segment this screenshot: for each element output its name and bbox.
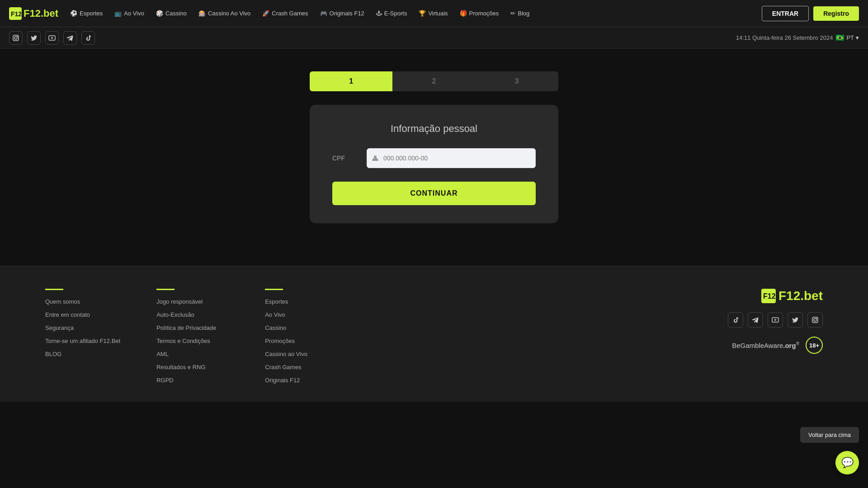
nav-cassino[interactable]: 🎲 Cassino — [151, 7, 191, 19]
svg-text:F12: F12 — [11, 10, 22, 18]
footer-link-privacidade[interactable]: Política de Privacidade — [156, 324, 229, 331]
footer-twitter-icon[interactable] — [788, 312, 803, 328]
footer-badges: BeGambleAware.org® 18+ — [732, 337, 823, 354]
svg-point-13 — [814, 319, 816, 321]
crash-games-icon: 🚀 — [262, 10, 269, 17]
footer-col-2: Jogo responsável Auto-Exclusão Política … — [156, 289, 229, 384]
originais-icon: 🎮 — [320, 10, 327, 17]
footer-brand: F12 F12.bet — [728, 289, 823, 384]
footer-telegram-icon[interactable] — [748, 312, 763, 328]
footer-link-promocoes[interactable]: Promoções — [265, 338, 337, 344]
footer-link-auto-exclusao[interactable]: Auto-Exclusão — [156, 311, 229, 318]
footer-col-3: Esportes Ao Vivo Cassino Promoções Cassi… — [265, 289, 337, 384]
logo[interactable]: F12 F12.bet — [9, 7, 58, 20]
nav-esportes[interactable]: ⚽ Esportes — [66, 7, 107, 19]
registration-form: Informação pessoal CPF CONTINUAR — [310, 105, 558, 223]
chat-button[interactable]: 💬 — [835, 451, 859, 474]
continuar-button[interactable]: CONTINUAR — [332, 182, 536, 205]
twitter-icon[interactable] — [27, 31, 41, 45]
nav-virtuais[interactable]: 🏆 Virtuais — [414, 7, 452, 19]
nav-promocoes[interactable]: 🎁 Promoções — [455, 7, 504, 19]
cpf-input-wrapper — [367, 148, 536, 168]
telegram-icon[interactable] — [63, 31, 77, 45]
blog-icon: ✏ — [510, 10, 515, 17]
tiktok-icon[interactable] — [81, 31, 95, 45]
youtube-icon[interactable] — [45, 31, 59, 45]
step-2[interactable]: 2 — [392, 71, 475, 91]
datetime-display: 14:11 Quinta-feira 26 Setembro 2024 🇧🇷 P… — [736, 33, 859, 42]
nav-crash-games[interactable]: 🚀 Crash Games — [258, 7, 312, 19]
cpf-input[interactable] — [383, 149, 535, 168]
chat-icon: 💬 — [841, 457, 854, 469]
registration-steps: 1 2 3 — [310, 71, 558, 91]
footer-divider-1 — [45, 289, 63, 290]
cpf-field-row: CPF — [332, 148, 536, 168]
header-actions: ENTRAR Registro — [762, 6, 859, 21]
footer-link-originais[interactable]: Originais F12 — [265, 377, 337, 384]
gamble-aware-text: BeGambleAware.org® — [732, 341, 799, 349]
footer-divider-2 — [156, 289, 175, 290]
chevron-down-icon: ▾ — [856, 34, 859, 41]
cassino-icon: 🎲 — [156, 10, 163, 17]
footer-col-1: Quem somos Entre em contato Segurança To… — [45, 289, 120, 384]
age-badge: 18+ — [806, 337, 823, 354]
ao-vivo-icon: 📺 — [114, 10, 122, 17]
footer-link-afiliado[interactable]: Torne-se um afiliado F12.Bet — [45, 338, 120, 344]
scroll-top-button[interactable]: Voltar para cima — [800, 427, 859, 443]
footer-link-rgpd[interactable]: RGPD — [156, 377, 229, 384]
language-selector[interactable]: 🇧🇷 PT ▾ — [835, 33, 859, 42]
social-bar: 14:11 Quinta-feira 26 Setembro 2024 🇧🇷 P… — [0, 27, 868, 49]
svg-point-14 — [816, 318, 817, 319]
step-3[interactable]: 3 — [476, 71, 558, 91]
main-header: F12 F12.bet ⚽ Esportes 📺 Ao Vivo 🎲 Cassi… — [0, 0, 868, 27]
registro-button[interactable]: Registro — [813, 6, 859, 21]
footer-link-contato[interactable]: Entre em contato — [45, 311, 120, 318]
svg-text:F12: F12 — [763, 292, 776, 300]
cassino-ao-vivo-icon: 🎰 — [198, 10, 206, 17]
footer-link-esportes[interactable]: Esportes — [265, 298, 337, 305]
footer-brand-name: F12.bet — [778, 289, 823, 303]
e-sports-icon: 🕹 — [376, 10, 382, 17]
svg-point-3 — [14, 37, 17, 39]
nav-cassino-ao-vivo[interactable]: 🎰 Cassino Ao Vivo — [194, 7, 255, 19]
svg-point-4 — [17, 36, 18, 37]
brand-name: F12.bet — [24, 8, 58, 19]
esportes-icon: ⚽ — [70, 10, 77, 17]
svg-marker-11 — [775, 319, 777, 321]
nav-originais-f12[interactable]: 🎮 Originais F12 — [316, 7, 369, 19]
footer-link-termos[interactable]: Termos e Condições — [156, 338, 229, 344]
footer-link-jogo-responsavel[interactable]: Jogo responsável — [156, 298, 229, 305]
user-icon — [367, 149, 383, 168]
promocoes-icon: 🎁 — [460, 10, 467, 17]
footer: Quem somos Entre em contato Segurança To… — [0, 266, 868, 402]
nav-blog[interactable]: ✏ Blog — [506, 7, 534, 19]
footer-link-blog[interactable]: BLOG — [45, 351, 120, 357]
footer-link-aml[interactable]: AML — [156, 351, 229, 357]
footer-link-quem-somos[interactable]: Quem somos — [45, 298, 120, 305]
svg-marker-6 — [52, 37, 54, 39]
virtuais-icon: 🏆 — [419, 10, 426, 17]
footer-link-cassino[interactable]: Cassino — [265, 324, 337, 331]
footer-link-rng[interactable]: Resultados e RNG — [156, 364, 229, 371]
cpf-label: CPF — [332, 155, 359, 162]
footer-logo: F12 F12.bet — [761, 289, 823, 303]
main-content: 1 2 3 Informação pessoal CPF CONTINUAR — [0, 49, 868, 266]
footer-divider-3 — [265, 289, 283, 290]
footer-youtube-icon[interactable] — [768, 312, 783, 328]
nav-ao-vivo[interactable]: 📺 Ao Vivo — [110, 7, 149, 19]
footer-link-seguranca[interactable]: Segurança — [45, 324, 120, 331]
instagram-icon[interactable] — [9, 31, 23, 45]
nav-e-sports[interactable]: 🕹 E-Sports — [372, 7, 412, 19]
entrar-button[interactable]: ENTRAR — [762, 6, 809, 21]
footer-instagram-icon[interactable] — [807, 312, 823, 328]
footer-social-icons — [728, 312, 823, 328]
footer-link-ao-vivo[interactable]: Ao Vivo — [265, 311, 337, 318]
footer-link-crash-games[interactable]: Crash Games — [265, 364, 337, 371]
footer-tiktok-icon[interactable] — [728, 312, 743, 328]
form-title: Informação pessoal — [332, 123, 536, 135]
footer-link-cassino-ao-vivo[interactable]: Cassino ao Vivo — [265, 351, 337, 357]
step-1[interactable]: 1 — [310, 71, 392, 91]
